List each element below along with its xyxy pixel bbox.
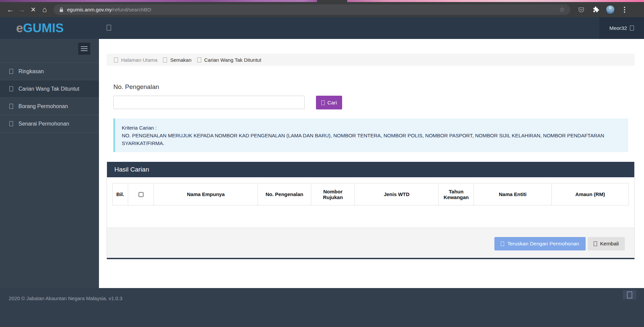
bookmark-star-icon[interactable]: ☆ xyxy=(559,6,565,13)
user-caret-icon xyxy=(630,26,634,31)
profile-avatar[interactable] xyxy=(604,4,616,15)
forward-action-icon xyxy=(501,241,504,246)
url-path: /refund/searchBO xyxy=(112,7,151,12)
breadcrumb: Halaman Utama Semakan Carian Wang Tak Di… xyxy=(107,54,635,66)
criteria-info-box: Kriteria Carian : NO. PENGENALAN MERUJUK… xyxy=(113,119,628,152)
breadcrumb-label: Halaman Utama xyxy=(121,57,157,63)
menu-item-icon xyxy=(9,69,13,74)
select-all-checkbox[interactable] xyxy=(139,192,144,197)
sidebar-item-label: Ringkasan xyxy=(18,68,44,75)
breadcrumb-icon xyxy=(163,57,167,62)
browser-actions xyxy=(576,4,630,15)
menu-item-icon xyxy=(9,86,13,91)
search-icon xyxy=(321,100,325,105)
lock-icon xyxy=(59,7,64,12)
header-toggle-icon[interactable] xyxy=(107,25,111,32)
sidebar-item-ringkasan[interactable]: Ringkasan xyxy=(0,63,99,80)
breadcrumb-item-halaman-utama[interactable]: Halaman Utama xyxy=(114,57,157,63)
home-glyph: ⌂ xyxy=(42,6,47,13)
breadcrumb-item-carian-wang-tak-dituntut[interactable]: Carian Wang Tak Dituntut xyxy=(197,57,261,63)
menu-item-icon xyxy=(9,104,13,109)
main-content: Halaman Utama Semakan Carian Wang Tak Di… xyxy=(99,39,644,288)
table-header-row: Bil. Nama Empunya No. Pengenalan Nombor … xyxy=(113,183,629,205)
column-nama-empunya: Nama Empunya xyxy=(154,183,258,205)
column-nama-entiti: Nama Entiti xyxy=(474,183,552,205)
panel-body: Bil. Nama Empunya No. Pengenalan Nombor … xyxy=(107,177,634,228)
extensions-puzzle-icon[interactable] xyxy=(590,4,601,15)
sidebar-item-label: Senarai Permohonan xyxy=(18,121,69,127)
browser-menu-icon[interactable] xyxy=(619,4,630,15)
back-action-icon xyxy=(594,241,597,246)
breadcrumb-item-semakan[interactable]: Semakan xyxy=(163,57,191,63)
kembali-button-label: Kembali xyxy=(600,241,619,247)
missing-glyph-icon xyxy=(627,291,632,298)
menu-item-icon xyxy=(9,121,13,126)
teruskan-button-label: Teruskan Dengan Permohonan xyxy=(507,241,579,247)
three-dots-glyph xyxy=(624,7,625,13)
column-tahun-kewangan: Tahun Kewangan xyxy=(439,183,474,205)
sidebar-menu: Ringkasan Carian Wang Tak Dituntut Boran… xyxy=(0,62,99,133)
logo-prefix: e xyxy=(16,21,23,35)
panel-footer: Teruskan Dengan Permohonan Kembali xyxy=(107,228,634,258)
sidebar-item-carian-wang-tak-dituntut[interactable]: Carian Wang Tak Dituntut xyxy=(0,80,99,98)
no-pengenalan-input[interactable] xyxy=(113,96,305,109)
column-jenis-wtd: Jenis WTD xyxy=(355,183,439,205)
column-select-all xyxy=(128,183,154,205)
column-bil: Bil. xyxy=(113,183,128,205)
cari-button-label: Cari xyxy=(327,100,337,106)
address-bar[interactable]: egumis.anm.gov.my/refund/searchBO ☆ xyxy=(54,4,570,15)
no-pengenalan-label: No. Pengenalan xyxy=(113,83,159,91)
page-footer: 2020 © Jabatan Akauntan Negara Malaysia.… xyxy=(0,288,644,327)
sidebar: Ringkasan Carian Wang Tak Dituntut Boran… xyxy=(0,39,99,288)
username: Meor32 xyxy=(609,25,627,31)
column-no-pengenalan: No. Pengenalan xyxy=(258,183,311,205)
column-nombor-rujukan: Nombor Rujukan xyxy=(311,183,355,205)
criteria-body: NO. PENGENALAN MERUJUK KEPADA NOMBOR KAD… xyxy=(122,132,621,147)
criteria-title: Kriteria Carian : xyxy=(122,124,621,132)
teruskan-button[interactable]: Teruskan Dengan Permohonan xyxy=(494,237,586,250)
copyright-text: 2020 © Jabatan Akauntan Negara Malaysia.… xyxy=(9,295,122,301)
sidebar-item-senarai-permohonan[interactable]: Senarai Permohonan xyxy=(0,115,99,133)
panel-title: Hasil Carian xyxy=(107,162,634,177)
user-menu[interactable]: Meor32 xyxy=(599,17,644,39)
sidebar-item-label: Borang Permohonan xyxy=(18,103,68,109)
back-icon[interactable]: ← xyxy=(5,4,16,15)
app-header: eGUMIS Meor32 xyxy=(0,17,644,39)
column-amaun-rm: Amaun (RM) xyxy=(552,183,629,205)
sidebar-item-borang-permohonan[interactable]: Borang Permohonan xyxy=(0,98,99,115)
breadcrumb-icon xyxy=(114,57,118,62)
footer-corner-button[interactable] xyxy=(623,290,636,299)
egumis-logo: eGUMIS xyxy=(16,17,64,39)
kembali-button[interactable]: Kembali xyxy=(588,237,625,250)
stop-icon[interactable]: × xyxy=(28,4,39,15)
breadcrumb-icon xyxy=(197,57,201,62)
missing-glyph-icon xyxy=(107,25,111,31)
cari-button[interactable]: Cari xyxy=(316,96,342,109)
breadcrumb-label: Semakan xyxy=(170,57,191,63)
url-text: egumis.anm.gov.my/refund/searchBO xyxy=(67,7,151,12)
pocket-shield-icon[interactable] xyxy=(576,4,587,15)
url-host: egumis.anm.gov.my xyxy=(67,7,112,12)
results-table: Bil. Nama Empunya No. Pengenalan Nombor … xyxy=(112,183,629,205)
breadcrumb-label: Carian Wang Tak Dituntut xyxy=(204,57,261,63)
logo-main: GUMIS xyxy=(23,21,64,35)
sidebar-item-label: Carian Wang Tak Dituntut xyxy=(18,86,79,92)
browser-toolbar: ← → × ⌂ egumis.anm.gov.my/refund/searchB… xyxy=(0,2,644,17)
avatar-image xyxy=(606,5,615,14)
hasil-carian-panel: Hasil Carian Bil. Nama Empunya No. Penge… xyxy=(107,162,635,259)
forward-icon: → xyxy=(16,4,28,15)
sidebar-collapse-button[interactable] xyxy=(78,43,90,55)
home-icon[interactable]: ⌂ xyxy=(39,4,50,15)
